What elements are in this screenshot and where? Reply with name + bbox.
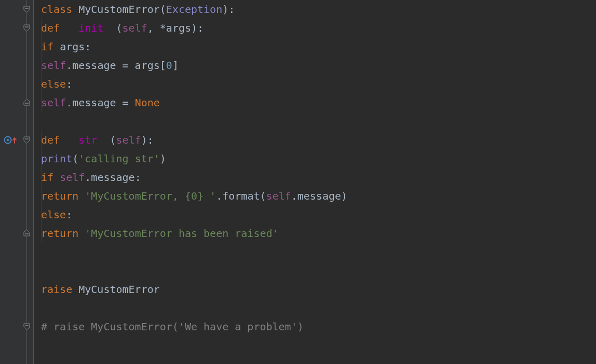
token: ): [141,131,154,149]
token: .message) [291,187,347,205]
code-line[interactable] [41,261,596,280]
override-up-icon[interactable] [2,131,20,149]
code-line[interactable]: def __str__(self): [41,131,596,149]
fold-end-icon [23,99,31,106]
token: raise [41,280,78,299]
token: __str__ [66,131,110,149]
token: self [41,56,66,75]
code-line[interactable]: else: [41,205,596,224]
token: ( [72,149,78,168]
token: def [41,131,66,149]
token: class [41,0,78,19]
svg-point-1 [7,139,9,141]
fold-collapse-icon[interactable] [23,5,31,13]
token: else [41,75,66,93]
token: print [41,149,72,168]
token: Exception [166,0,222,19]
fold-collapse-icon[interactable] [23,323,31,330]
code-line[interactable]: raise MyCustomError [41,280,596,299]
token: MyCustomError( [78,0,166,19]
code-line[interactable]: if self.message: [41,168,596,187]
code-line[interactable] [41,243,596,261]
token: ( [110,131,116,149]
token: ): [222,0,235,19]
code-area[interactable]: class MyCustomError(Exception): def __in… [34,0,596,364]
token: __init__ [66,19,116,37]
token: .message: [85,168,141,187]
token: ) [160,149,166,168]
code-line[interactable]: self.message = args[0] [41,56,596,75]
token: : [66,75,72,93]
token: , *args): [147,19,204,37]
token: args: [60,37,91,56]
token: # raise MyCustomError('We have a problem… [41,317,304,336]
code-line[interactable] [41,112,596,131]
token: None [135,93,160,112]
token: ] [172,56,179,75]
gutter [0,0,22,364]
token: 0 [166,56,172,75]
token: else [41,205,66,224]
code-line[interactable]: return 'MyCustomError has been raised' [41,224,596,243]
token: self [266,187,291,205]
token: 'MyCustomError, {0} ' [85,187,216,205]
fold-collapse-icon[interactable] [23,24,31,32]
fold-end-icon [23,229,31,237]
token: self [116,131,141,149]
token: if [41,37,60,56]
token: .message = args[ [66,56,166,75]
fold-column [22,0,34,364]
token: if [41,168,60,187]
code-line[interactable]: def __init__(self, *args): [41,19,596,37]
code-line[interactable]: if args: [41,37,596,56]
token: : [66,205,72,224]
fold-collapse-icon[interactable] [23,136,31,144]
code-line[interactable] [41,299,596,317]
code-line[interactable]: return 'MyCustomError, {0} '.format(self… [41,187,596,205]
token: return [41,187,85,205]
token: self [41,93,66,112]
token: MyCustomError [78,280,160,299]
code-line[interactable]: else: [41,75,596,93]
token: 'calling str' [78,149,160,168]
token: 'MyCustomError has been raised' [85,224,278,243]
token: self [123,19,147,37]
code-line[interactable]: self.message = None [41,93,596,112]
code-line[interactable]: # raise MyCustomError('We have a problem… [41,317,596,336]
token: return [41,224,85,243]
token: .format( [216,187,266,205]
token: def [41,19,66,37]
token: .message = [66,93,134,112]
code-editor[interactable]: class MyCustomError(Exception): def __in… [0,0,596,364]
code-line[interactable]: class MyCustomError(Exception): [41,0,596,19]
token: self [60,168,85,187]
token: ( [116,19,123,37]
code-line[interactable]: print('calling str') [41,149,596,168]
